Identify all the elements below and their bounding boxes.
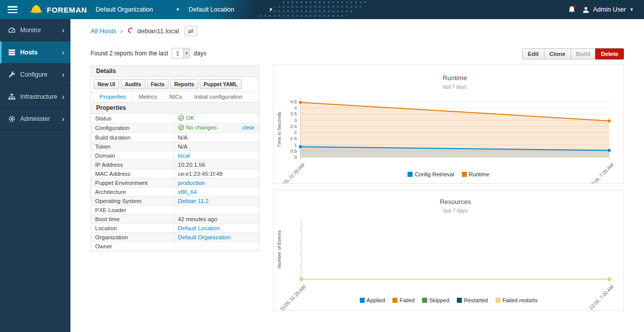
tab-nics[interactable]: NICs bbox=[163, 92, 188, 102]
legend-item-failed-restarts[interactable]: Failed restarts bbox=[496, 297, 538, 303]
ok-check-icon bbox=[178, 115, 184, 121]
reports-button[interactable]: Reports bbox=[170, 79, 198, 89]
sidebar-item-hosts[interactable]: Hosts› bbox=[0, 41, 70, 63]
organization-selector[interactable]: Default Organization ▼ bbox=[96, 6, 180, 13]
property-value-configuration: clearNo changes bbox=[174, 123, 259, 133]
location-selector[interactable]: Default Location ▼ bbox=[189, 6, 273, 13]
sidebar-item-label: Infrastructure bbox=[20, 93, 57, 100]
hamburger-menu-icon[interactable] bbox=[8, 6, 18, 13]
user-menu[interactable]: Admin User ▼ bbox=[582, 6, 634, 14]
property-value-boot-time: 42 minutes ago bbox=[174, 215, 259, 224]
property-label-boot-time: Boot time bbox=[91, 215, 174, 224]
organization-selector-label: Default Organization bbox=[96, 6, 153, 13]
ok-check-icon bbox=[178, 124, 184, 130]
status-badge: OK bbox=[178, 115, 195, 121]
legend-swatch bbox=[496, 298, 501, 303]
value-text: N/A bbox=[178, 144, 188, 150]
topbar-right: Admin User ▼ bbox=[568, 6, 644, 14]
breadcrumb-separator: > bbox=[120, 28, 123, 34]
legend-label: Failed restarts bbox=[503, 297, 538, 303]
sidebar-item-label: Administer bbox=[20, 115, 50, 122]
table-row: TokenN/A bbox=[91, 142, 259, 151]
caret-down-icon: ▼ bbox=[269, 7, 273, 12]
legend-item-config-retrieval[interactable]: Config Retrieval bbox=[408, 171, 454, 177]
location-link[interactable]: Default Location bbox=[178, 225, 220, 231]
tab-metrics[interactable]: Metrics bbox=[132, 92, 163, 102]
tab-properties[interactable]: Properties bbox=[93, 92, 132, 102]
table-row: LocationDefault Location bbox=[91, 224, 259, 233]
property-label-configuration: Configuration bbox=[91, 123, 174, 133]
value-text: ce:e1:23:45:1f:48 bbox=[178, 171, 223, 177]
svg-text:1.5: 1.5 bbox=[290, 136, 297, 141]
operating-system-link[interactable]: Debian 11.2 bbox=[178, 198, 209, 204]
caret-down-icon: ▼ bbox=[629, 7, 634, 12]
architecture-link[interactable]: x86_64 bbox=[178, 189, 197, 195]
sidebar-item-monitor[interactable]: Monitor› bbox=[0, 19, 70, 41]
svg-text:0.5: 0.5 bbox=[290, 148, 297, 154]
audits-button[interactable]: Audits bbox=[121, 79, 145, 89]
legend-swatch bbox=[462, 172, 467, 177]
property-label-mac-address: MAC Address bbox=[91, 169, 174, 178]
svg-text:1: 1 bbox=[294, 142, 297, 148]
days-select[interactable]: 1 ▼ bbox=[172, 48, 190, 58]
facts-button[interactable]: Facts bbox=[147, 79, 169, 89]
property-label-puppet-environment: Puppet Environment bbox=[91, 178, 174, 187]
chevron-right-icon: › bbox=[62, 93, 64, 100]
new-ui-button[interactable]: New UI bbox=[94, 79, 119, 89]
property-value-pxe-loader bbox=[174, 206, 259, 215]
tab-initial-configuration[interactable]: Initial configuration bbox=[188, 92, 249, 102]
puppet-environment-link[interactable]: production bbox=[178, 180, 205, 186]
report-days-suffix: days bbox=[194, 50, 206, 57]
svg-text:last 7 days: last 7 days bbox=[443, 84, 467, 90]
location-selector-label: Default Location bbox=[189, 6, 234, 13]
table-row: Owner bbox=[91, 242, 259, 251]
legend-item-skipped[interactable]: Skipped bbox=[422, 297, 449, 303]
svg-text:Time in Seconds: Time in Seconds bbox=[276, 112, 282, 148]
legend-item-failed[interactable]: Failed bbox=[392, 297, 415, 303]
edit-button[interactable]: Edit bbox=[522, 48, 544, 59]
sitemap-icon bbox=[8, 93, 16, 100]
days-select-value: 1 bbox=[172, 48, 183, 58]
table-row: ConfigurationclearNo changes bbox=[91, 123, 259, 133]
chevron-right-icon: › bbox=[62, 26, 64, 34]
puppet-yaml-button[interactable]: Puppet YAML bbox=[200, 79, 242, 89]
chart-legend: AppliedFailedSkippedRestartedFailed rest… bbox=[274, 297, 623, 303]
legend-label: Config Retrieval bbox=[415, 171, 454, 177]
foreman-brand[interactable]: FOREMAN bbox=[30, 4, 87, 16]
property-label-pxe-loader: PXE Loader bbox=[91, 206, 174, 215]
caret-down-icon: ▼ bbox=[176, 7, 180, 12]
legend-item-runtime[interactable]: Runtime bbox=[462, 171, 490, 177]
clone-button[interactable]: Clone bbox=[544, 48, 571, 59]
property-value-puppet-environment: production bbox=[174, 178, 259, 187]
clear-link[interactable]: clear bbox=[242, 124, 255, 130]
domain-link[interactable]: local bbox=[178, 153, 190, 159]
property-value-status: OK bbox=[174, 114, 259, 123]
svg-text:3: 3 bbox=[294, 117, 297, 123]
user-icon bbox=[582, 6, 590, 14]
legend-swatch bbox=[457, 298, 462, 303]
delete-button[interactable]: Delete bbox=[595, 48, 624, 59]
build-button[interactable]: Build bbox=[571, 48, 596, 59]
legend-item-applied[interactable]: Applied bbox=[360, 297, 385, 303]
property-value-mac-address: ce:e1:23:45:1f:48 bbox=[174, 169, 259, 178]
ui-switcher-button[interactable]: ⇄ bbox=[185, 26, 197, 36]
table-row: Build durationN/A bbox=[91, 133, 259, 142]
organization-link[interactable]: Default Organization bbox=[178, 234, 231, 240]
svg-text:4: 4 bbox=[294, 105, 297, 110]
table-row: Operating SystemDebian 11.2 bbox=[91, 196, 259, 206]
sidebar-item-administer[interactable]: Administer› bbox=[0, 108, 70, 130]
legend-swatch bbox=[422, 298, 427, 303]
resources-chart: Resourceslast 7 daysNumber of Events11/2… bbox=[274, 190, 623, 310]
legend-label: Skipped bbox=[429, 297, 449, 303]
sidebar-item-infrastructure[interactable]: Infrastructure› bbox=[0, 86, 70, 108]
properties-panel: Properties StatusOKConfigurationclearNo … bbox=[91, 102, 259, 251]
table-row: Boot time42 minutes ago bbox=[91, 215, 259, 224]
property-label-domain: Domain bbox=[91, 151, 174, 160]
notifications-bell-icon[interactable] bbox=[568, 6, 576, 14]
sidebar-item-configure[interactable]: Configure› bbox=[0, 63, 70, 86]
status-text: OK bbox=[186, 115, 195, 121]
property-value-token: N/A bbox=[174, 142, 259, 151]
property-label-architecture: Architecture bbox=[91, 187, 174, 196]
legend-item-restarted[interactable]: Restarted bbox=[457, 297, 488, 303]
breadcrumb-all-hosts-link[interactable]: All Hosts bbox=[91, 27, 116, 35]
